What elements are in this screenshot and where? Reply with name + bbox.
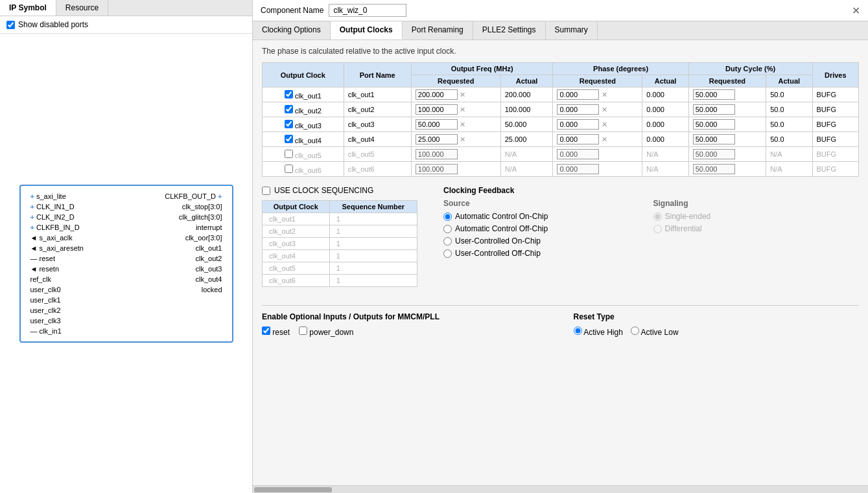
use-clock-seq-label: USE CLOCK SEQUENCING bbox=[274, 186, 373, 195]
phase-req-input-2[interactable] bbox=[557, 119, 599, 130]
tab-port-renaming[interactable]: Port Renaming bbox=[403, 21, 473, 40]
td-phasereq-1: ✕ bbox=[553, 102, 642, 117]
td-portname-2: clk_out3 bbox=[344, 117, 411, 132]
th-freq-req: Requested bbox=[411, 75, 500, 87]
duty-req-input-0[interactable] bbox=[693, 89, 735, 100]
th-freq-act: Actual bbox=[500, 75, 553, 87]
seq-clock-4: clk_out5 bbox=[263, 262, 330, 275]
td-phasereq-3: ✕ bbox=[553, 132, 642, 147]
port-resetn: ◄ resetn bbox=[30, 265, 84, 273]
port-left: + s_axi_lite + CLK_IN1_D + CLK_IN2_D + C… bbox=[30, 192, 84, 335]
sequence-table: Output Clock Sequence Number clk_out1 1 … bbox=[262, 200, 417, 287]
phase-req-input-1[interactable] bbox=[557, 104, 599, 115]
td-portname-4: clk_out5 bbox=[344, 147, 411, 162]
close-button[interactable]: ✕ bbox=[852, 5, 860, 17]
feedback-grid: Source Automatic Control On-Chip Automat… bbox=[443, 199, 859, 261]
td-phaseact-1: 0.000 bbox=[642, 102, 688, 117]
th-output-clock: Output Clock bbox=[263, 63, 344, 87]
show-disabled-ports: Show disabled ports bbox=[0, 16, 252, 34]
reset-type-col: Reset Type Active High Active Low bbox=[574, 312, 860, 337]
power-down-checkbox[interactable] bbox=[299, 327, 307, 335]
component-name-input[interactable] bbox=[329, 4, 406, 17]
td-portname-1: clk_out2 bbox=[344, 102, 411, 117]
freq-req-input-3[interactable] bbox=[416, 134, 458, 144]
td-freqreq-1: ✕ bbox=[411, 102, 500, 117]
td-phaseact-0: 0.000 bbox=[642, 87, 688, 102]
seq-clock-5: clk_out6 bbox=[263, 275, 330, 287]
td-phasereq-2: ✕ bbox=[553, 117, 642, 132]
th-phase-req: Requested bbox=[553, 75, 642, 87]
seq-num-0: 1 bbox=[329, 213, 417, 225]
td-phasereq-0: ✕ bbox=[553, 87, 642, 102]
td-phaseact-2: 0.000 bbox=[642, 117, 688, 132]
port-clk-out1-right: clk_out1 bbox=[165, 244, 222, 252]
reset-type-title: Reset Type bbox=[574, 312, 860, 321]
main-content: The phase is calculated relative to the … bbox=[253, 40, 868, 485]
phase-req-input-0[interactable] bbox=[557, 89, 599, 100]
td-dutycycleact-4: N/A bbox=[766, 147, 812, 162]
feedback-signaling-label: Signaling bbox=[653, 199, 860, 208]
active-high-radio[interactable] bbox=[574, 327, 582, 335]
clock-enable-5[interactable] bbox=[285, 165, 293, 173]
clock-enable-2[interactable] bbox=[285, 120, 293, 128]
clock-enable-4[interactable] bbox=[285, 150, 293, 158]
td-drives-5: BUFG bbox=[812, 162, 858, 177]
clock-enable-1[interactable] bbox=[285, 105, 293, 113]
tab-ip-symbol[interactable]: IP Symbol bbox=[0, 0, 56, 16]
radio-differential: Differential bbox=[653, 224, 860, 233]
td-checkbox-0: clk_out1 bbox=[263, 87, 344, 102]
td-freqreq-4 bbox=[411, 147, 500, 162]
freq-req-input-2[interactable] bbox=[416, 119, 458, 130]
show-disabled-checkbox[interactable] bbox=[6, 21, 15, 29]
td-freqreq-5 bbox=[411, 162, 500, 177]
duty-req-input-1[interactable] bbox=[693, 104, 735, 115]
port-clk-stop: clk_stop[3:0] bbox=[165, 203, 222, 211]
phase-req-input-3[interactable] bbox=[557, 134, 599, 144]
duty-req-input-2[interactable] bbox=[693, 119, 735, 130]
reset-checkbox[interactable] bbox=[262, 327, 270, 335]
td-phaseact-3: 0.000 bbox=[642, 132, 688, 147]
port-s-axi-aclk: ◄ s_axi_aclk bbox=[30, 234, 84, 242]
port-clkfb-in-d: + CLKFB_IN_D bbox=[30, 224, 84, 231]
tab-clocking-options[interactable]: Clocking Options bbox=[253, 21, 331, 40]
clock-enable-3[interactable] bbox=[285, 135, 293, 143]
enable-reset-row: Enable Optional Inputs / Outputs for MMC… bbox=[262, 312, 859, 341]
tab-summary[interactable]: Summary bbox=[546, 21, 598, 40]
td-checkbox-3: clk_out4 bbox=[263, 132, 344, 147]
use-clock-seq-checkbox[interactable] bbox=[262, 187, 270, 195]
td-portname-5: clk_out6 bbox=[344, 162, 411, 177]
seq-clock-1: clk_out2 bbox=[263, 225, 330, 238]
td-dutycyclereq-0 bbox=[688, 87, 766, 102]
feedback-title: Clocking Feedback bbox=[443, 186, 859, 195]
freq-req-input-1[interactable] bbox=[416, 104, 458, 115]
seq-num-5: 1 bbox=[329, 275, 417, 287]
tab-plle2-settings[interactable]: PLLE2 Settings bbox=[473, 21, 546, 40]
duty-req-input-4 bbox=[693, 149, 735, 159]
active-low-radio[interactable] bbox=[631, 327, 639, 335]
td-phaseact-4: N/A bbox=[642, 147, 688, 162]
th-port-name: Port Name bbox=[344, 63, 411, 87]
port-locked: locked bbox=[165, 286, 222, 293]
th-phase-act: Actual bbox=[642, 75, 688, 87]
td-dutycycleact-3: 50.0 bbox=[766, 132, 812, 147]
radio-user-on-chip: User-Controlled On-Chip bbox=[443, 236, 650, 246]
component-name-row: Component Name bbox=[261, 4, 406, 17]
tab-resource[interactable]: Resource bbox=[56, 0, 108, 16]
seq-num-2: 1 bbox=[329, 238, 417, 250]
feedback-source-col: Source Automatic Control On-Chip Automat… bbox=[443, 199, 650, 261]
scroll-thumb[interactable] bbox=[254, 487, 332, 492]
freq-req-input-0[interactable] bbox=[416, 89, 458, 100]
port-user-clk3: user_clk3 bbox=[30, 317, 84, 325]
td-freqreq-2: ✕ bbox=[411, 117, 500, 132]
phase-req-input-4 bbox=[557, 149, 599, 159]
enable-title: Enable Optional Inputs / Outputs for MMC… bbox=[262, 312, 548, 321]
feedback-source-label: Source bbox=[443, 199, 650, 208]
duty-req-input-3[interactable] bbox=[693, 134, 735, 144]
horizontal-scrollbar[interactable] bbox=[253, 485, 868, 493]
td-dutycyclereq-3 bbox=[688, 132, 766, 147]
td-drives-3: BUFG bbox=[812, 132, 858, 147]
tab-output-clocks[interactable]: Output Clocks bbox=[331, 21, 403, 40]
port-clk-in2-d: + CLK_IN2_D bbox=[30, 213, 84, 221]
td-dutycycleact-5: N/A bbox=[766, 162, 812, 177]
clock-enable-0[interactable] bbox=[285, 90, 293, 98]
